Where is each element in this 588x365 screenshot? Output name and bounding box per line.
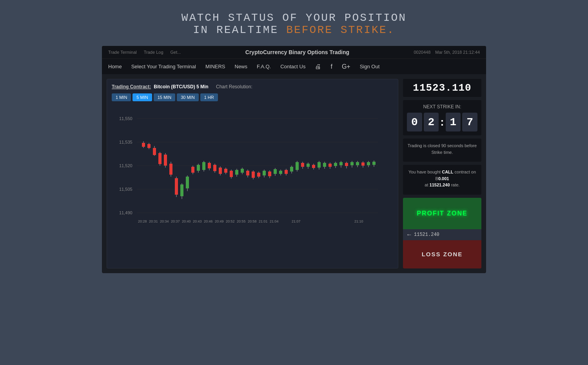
svg-rect-57 <box>268 172 271 176</box>
svg-rect-29 <box>191 167 194 173</box>
resolution-label: Chart Resolution: <box>216 84 252 89</box>
svg-rect-95 <box>372 162 376 165</box>
loss-zone-label: LOSS ZONE <box>422 251 463 257</box>
svg-rect-83 <box>339 162 343 165</box>
hero-line2: IN REALTIME BEFORE STRIKE. <box>0 24 588 36</box>
nav-news[interactable]: News <box>235 64 248 69</box>
right-panel: 11523.110 NEXT STRIKE IN: 0 2 : 1 7 Trad… <box>403 79 481 268</box>
main-content: Trading Contract: Bitcoin (BTC/USD) 5 Mi… <box>102 74 486 273</box>
svg-rect-55 <box>263 171 266 175</box>
svg-rect-61 <box>279 171 282 174</box>
svg-text:20:58: 20:58 <box>248 219 257 223</box>
svg-text:20:34: 20:34 <box>160 219 169 223</box>
countdown-digit-0: 0 <box>407 113 422 131</box>
nav-bar: Home Select Your Trading Terminal MINERS… <box>102 58 486 74</box>
svg-rect-51 <box>252 172 255 178</box>
nav-home[interactable]: Home <box>108 64 122 69</box>
svg-text:20:28: 20:28 <box>138 219 147 223</box>
btn-5min[interactable]: 5 MIN <box>132 93 152 101</box>
countdown-digit-2: 2 <box>424 113 439 131</box>
top-nav-trade-log[interactable]: Trade Log <box>144 50 163 55</box>
top-bar-right: 0020448 Mar 5th, 2018 21:12:44 <box>414 50 480 55</box>
google-plus-icon[interactable]: G+ <box>342 63 350 70</box>
svg-rect-65 <box>290 167 293 172</box>
contract-value: Bitcoin (BTC/USD) 5 Min <box>154 84 208 89</box>
svg-rect-81 <box>334 163 337 166</box>
svg-rect-41 <box>224 169 227 173</box>
svg-text:20:31: 20:31 <box>149 219 158 223</box>
profit-zone: PROFIT ZONE <box>403 198 481 229</box>
datetime: Mar 5th, 2018 21:12:44 <box>435 50 480 55</box>
svg-rect-15 <box>153 148 156 155</box>
svg-text:20:40: 20:40 <box>182 219 191 223</box>
trade-closed-info: Trading is closed 90 seconds before Stri… <box>403 139 481 162</box>
app-title: CryptoCurrency Binary Options Trading <box>181 49 414 55</box>
svg-rect-67 <box>296 162 299 170</box>
svg-text:11,535: 11,535 <box>119 140 132 144</box>
svg-rect-75 <box>318 162 321 168</box>
candlestick-chart: 11,550 11,535 11,520 11,505 11,490 <box>112 107 393 236</box>
svg-rect-77 <box>323 163 326 167</box>
countdown-colon: : <box>440 116 444 128</box>
contract-info: Trading Contract: Bitcoin (BTC/USD) 5 Mi… <box>112 84 393 89</box>
svg-rect-43 <box>230 171 233 177</box>
svg-rect-23 <box>175 178 178 195</box>
svg-text:21:07: 21:07 <box>292 219 301 223</box>
nav-signout[interactable]: Sign Out <box>360 64 380 69</box>
svg-rect-31 <box>197 165 200 171</box>
svg-rect-89 <box>356 162 359 165</box>
countdown-digit-7: 7 <box>462 113 477 131</box>
trade-closed-msg: Trading is closed 90 seconds before Stri… <box>407 142 477 155</box>
svg-rect-49 <box>246 171 249 175</box>
chart-area: Trading Contract: Bitcoin (BTC/USD) 5 Mi… <box>107 79 398 268</box>
svg-rect-25 <box>180 184 183 196</box>
svg-text:11,520: 11,520 <box>119 163 132 168</box>
btn-15min[interactable]: 15 MIN <box>154 93 175 101</box>
svg-text:20:55: 20:55 <box>237 219 246 223</box>
svg-rect-47 <box>241 169 244 173</box>
svg-rect-45 <box>235 170 238 175</box>
svg-text:21:10: 21:10 <box>354 219 363 223</box>
svg-text:11,505: 11,505 <box>119 187 132 192</box>
hero-section: WATCH STATUS OF YOUR POSITION IN REALTIM… <box>0 0 588 46</box>
svg-rect-85 <box>345 163 348 166</box>
svg-rect-37 <box>213 165 216 171</box>
top-nav-get[interactable]: Get... <box>171 50 181 55</box>
chart-container: 11,550 11,535 11,520 11,505 11,490 <box>112 107 393 238</box>
svg-rect-63 <box>285 170 288 174</box>
nav-select-terminal[interactable]: Select Your Trading Terminal <box>131 64 196 69</box>
btn-30min[interactable]: 30 MIN <box>177 93 198 101</box>
user-id: 0020448 <box>414 50 430 55</box>
svg-rect-69 <box>301 163 304 167</box>
next-strike-label: NEXT STRIKE IN: <box>407 104 477 110</box>
svg-text:11,550: 11,550 <box>119 116 132 121</box>
rate-value: 11521.240 <box>430 182 450 187</box>
btn-1min[interactable]: 1 MIN <box>112 93 131 101</box>
svg-rect-33 <box>202 162 205 170</box>
time-buttons: 1 MIN 5 MIN 15 MIN 30 MIN 1 HR <box>112 93 393 101</box>
nav-miners[interactable]: MINERS <box>205 64 225 69</box>
top-bar: Trade Terminal Trade Log Get... CryptoCu… <box>102 46 486 58</box>
svg-rect-93 <box>367 162 370 165</box>
nav-faq[interactable]: F.A.Q. <box>257 64 271 69</box>
svg-text:20:37: 20:37 <box>171 219 180 223</box>
nav-contact[interactable]: Contact Us <box>280 64 305 69</box>
svg-text:20:52: 20:52 <box>226 219 235 223</box>
top-nav-left: Trade Terminal Trade Log Get... <box>108 50 181 55</box>
hero-line2-highlight: BEFORE STRIKE. <box>286 24 395 36</box>
print-icon[interactable]: 🖨 <box>315 63 321 70</box>
hero-line2-plain: IN REALTIME <box>193 24 287 36</box>
svg-text:21:04: 21:04 <box>270 219 279 223</box>
top-nav-trade-terminal[interactable]: Trade Terminal <box>108 50 137 55</box>
price-display: 11523.110 <box>403 79 481 97</box>
countdown-digit-1: 1 <box>446 113 461 131</box>
svg-rect-13 <box>147 144 151 148</box>
next-strike-panel: NEXT STRIKE IN: 0 2 : 1 7 <box>403 100 481 135</box>
svg-rect-19 <box>164 155 167 166</box>
facebook-icon[interactable]: f <box>330 63 332 70</box>
app-window: Trade Terminal Trade Log Get... CryptoCu… <box>102 46 486 273</box>
svg-rect-21 <box>169 164 172 175</box>
btn-1hr[interactable]: 1 HR <box>200 93 218 101</box>
svg-rect-11 <box>142 143 145 147</box>
svg-rect-79 <box>328 164 332 167</box>
